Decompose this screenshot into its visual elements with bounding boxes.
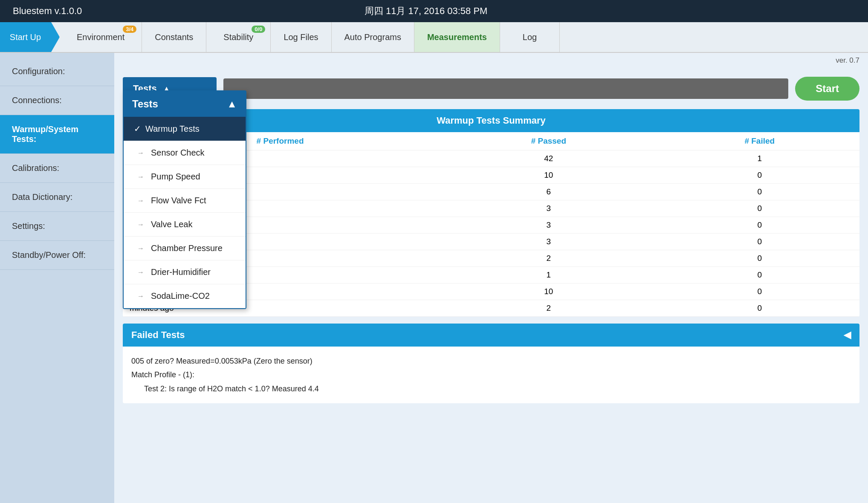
sidebar-item-configuration[interactable]: Configuration: [0,57,114,86]
start-button[interactable]: Start [795,77,859,101]
top-bar: Bluestem v.1.0.0 周四 11月 17, 2016 03:58 P… [0,0,868,22]
progress-bar [223,78,788,99]
arrow-icon: → [137,292,144,300]
failed-line2: Match Profile - (1): [131,368,851,382]
failed-header: Failed Tests ◀ [123,324,859,347]
dropdown-item[interactable]: ✓Warmup Tests [124,117,246,141]
dropdown-header-arrow: ▲ [227,98,237,110]
dropdown-item[interactable]: →SodaLime-CO2 [124,284,246,308]
tab-autoprograms[interactable]: Auto Programs [332,22,414,52]
cell-passed: 2 [437,300,660,317]
nav-tabs: Start Up Environment 3/4 Constants Stabi… [0,22,868,53]
arrow-icon: → [137,173,144,181]
sidebar-item-datadictionary[interactable]: Data Dictionary: [0,183,114,212]
collapse-icon[interactable]: ◀ [844,330,851,341]
cell-failed: 0 [660,250,859,267]
dropdown-item[interactable]: →Valve Leak [124,213,246,237]
cell-passed: 3 [437,234,660,250]
failed-line3: Test 2: Is range of H2O match < 1.0? Mea… [131,382,851,396]
cell-passed: 6 [437,184,660,200]
col-failed: # Failed [660,132,859,150]
cell-failed: 0 [660,283,859,300]
sidebar-item-warmup[interactable]: Warmup/System Tests: [0,115,114,154]
cell-passed: 3 [437,200,660,217]
cell-failed: 0 [660,217,859,234]
cell-passed: 42 [437,150,660,167]
tab-startup[interactable]: Start Up [0,22,60,52]
arrow-icon: → [137,197,144,205]
cell-failed: 0 [660,200,859,217]
environment-badge: 3/4 [123,26,136,33]
dropdown-item[interactable]: →Sensor Check [124,141,246,165]
arrow-icon: → [137,221,144,228]
cell-failed: 1 [660,150,859,167]
failed-section: Failed Tests ◀ 005 of zero? Measured=0.0… [123,324,859,403]
dropdown-item[interactable]: →Chamber Pressure [124,237,246,260]
tab-constants[interactable]: Constants [142,22,206,52]
dropdown-item[interactable]: →Pump Speed [124,165,246,189]
cell-failed: 0 [660,234,859,250]
arrow-icon: → [137,149,144,157]
sidebar-item-calibrations[interactable]: Calibrations: [0,154,114,183]
failed-content: 005 of zero? Measured=0.0053kPa (Zero th… [123,347,859,403]
tab-measurements[interactable]: Measurements [414,22,500,52]
arrow-icon: → [137,245,144,252]
cell-passed: 2 [437,250,660,267]
dropdown-item[interactable]: →Drier-Humidifier [124,260,246,284]
app-title: Bluestem v.1.0.0 [13,6,82,17]
main-layout: Configuration: Connections: Warmup/Syste… [0,53,868,503]
cell-failed: 0 [660,167,859,184]
failed-line1: 005 of zero? Measured=0.0053kPa (Zero th… [131,354,851,368]
cell-passed: 1 [437,267,660,283]
dropdown-item[interactable]: →Flow Valve Fct [124,189,246,213]
cell-passed: 10 [437,167,660,184]
datetime: 周四 11月 17, 2016 03:58 PM [365,5,488,17]
version-label: ver. 0.7 [836,56,859,65]
content-area: ver. 0.7 Tests ▲ Start Warmup Tests Summ… [114,53,868,503]
cell-failed: 0 [660,267,859,283]
dropdown-overlay: Tests ▲ ✓Warmup Tests→Sensor Check→Pump … [123,90,246,309]
tab-logfiles[interactable]: Log Files [271,22,331,52]
sidebar: Configuration: Connections: Warmup/Syste… [0,53,114,503]
sidebar-item-connections[interactable]: Connections: [0,86,114,115]
cell-passed: 10 [437,283,660,300]
col-passed: # Passed [437,132,660,150]
cell-failed: 0 [660,300,859,317]
tab-log[interactable]: Log [500,22,560,52]
sidebar-item-settings[interactable]: Settings: [0,212,114,241]
tab-stability[interactable]: Stability 0/0 [206,22,271,52]
sidebar-item-standby[interactable]: Standby/Power Off: [0,241,114,270]
tab-environment[interactable]: Environment 3/4 [60,22,142,52]
cell-passed: 3 [437,217,660,234]
check-icon: ✓ [134,124,141,134]
stability-badge: 0/0 [252,26,265,33]
cell-failed: 0 [660,184,859,200]
dropdown-header: Tests ▲ [124,91,246,117]
arrow-icon: → [137,269,144,276]
